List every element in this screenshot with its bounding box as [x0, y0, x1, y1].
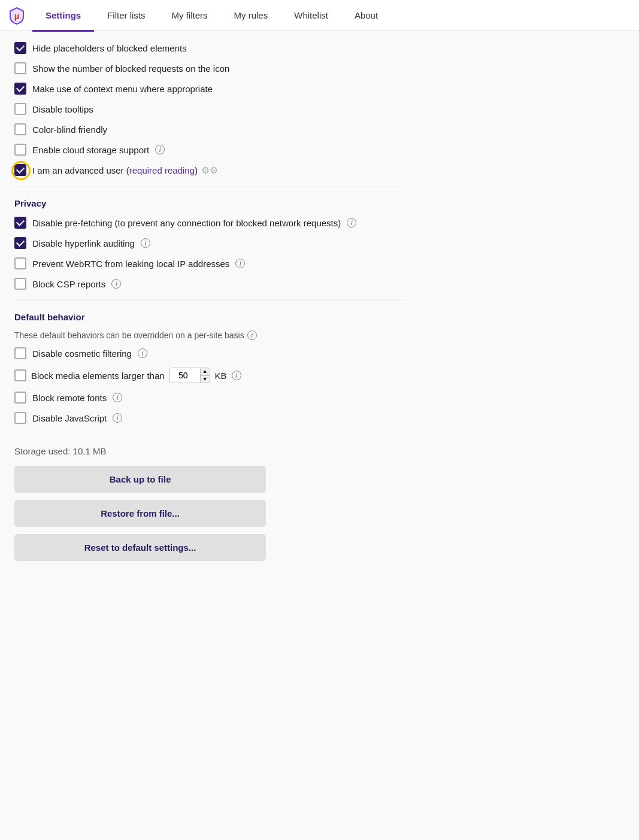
block-media-row: Block media elements larger than ▲ ▼ KB … — [14, 368, 405, 383]
required-reading-link[interactable]: required reading — [129, 165, 195, 175]
divider-default-behavior — [14, 301, 405, 301]
checkbox-row-block-remote-fonts: Block remote fonts i — [14, 392, 405, 404]
prefetching-info-icon: i — [347, 218, 356, 228]
tab-about[interactable]: About — [341, 1, 391, 32]
disable-js-info-icon: i — [113, 413, 122, 423]
cosmetic-info-icon: i — [138, 348, 147, 358]
default-behavior-section: Default behavior These default behaviors… — [14, 312, 405, 424]
privacy-title: Privacy — [14, 198, 405, 208]
checkbox-row-cloud-storage: Enable cloud storage support i — [14, 144, 405, 156]
checkbox-hide-placeholders[interactable] — [14, 42, 26, 54]
webrtc-info-icon: i — [235, 259, 245, 268]
media-size-spinners: ▲ ▼ — [200, 368, 210, 383]
checkbox-row-hide-placeholders: Hide placeholders of blocked elements — [14, 42, 405, 54]
checkbox-advanced-user[interactable] — [14, 164, 26, 176]
tab-my-rules[interactable]: My rules — [221, 1, 281, 32]
navigation: μ Settings Filter lists My filters My ru… — [0, 0, 639, 31]
checkbox-block-media[interactable] — [14, 369, 26, 381]
backup-button[interactable]: Back up to file — [14, 466, 266, 493]
reset-button[interactable]: Reset to default settings... — [14, 534, 266, 561]
checkbox-disable-cosmetic[interactable] — [14, 347, 26, 359]
checkbox-row-prevent-webrtc: Prevent WebRTC from leaking local IP add… — [14, 257, 405, 269]
checkbox-disable-tooltips[interactable] — [14, 103, 26, 115]
settings-content: Hide placeholders of blocked elements Sh… — [0, 31, 419, 586]
media-size-up-button[interactable]: ▲ — [201, 368, 210, 376]
divider-privacy — [14, 187, 405, 187]
checkbox-row-disable-prefetching: Disable pre-fetching (to prevent any con… — [14, 217, 405, 229]
checkbox-row-disable-hyperlink: Disable hyperlink auditing i — [14, 237, 405, 249]
privacy-section: Privacy Disable pre-fetching (to prevent… — [14, 198, 405, 290]
checkbox-row-disable-cosmetic: Disable cosmetic filtering i — [14, 347, 405, 359]
checkbox-block-csp[interactable] — [14, 278, 26, 290]
general-section: Hide placeholders of blocked elements Sh… — [14, 42, 405, 176]
default-behavior-info-icon: i — [247, 330, 257, 340]
default-behavior-title: Default behavior — [14, 312, 405, 322]
checkbox-row-disable-tooltips: Disable tooltips — [14, 103, 405, 115]
cloud-storage-info-icon: i — [155, 145, 165, 154]
checkbox-row-color-blind: Color-blind friendly — [14, 123, 405, 135]
media-size-input[interactable] — [170, 368, 200, 383]
storage-section: Storage used: 10.1 MB Back up to file Re… — [14, 446, 405, 561]
checkbox-show-blocked-count[interactable] — [14, 62, 26, 74]
gear-icon[interactable]: ⚙⚙ — [201, 165, 218, 175]
checkbox-disable-js[interactable] — [14, 412, 26, 424]
checkbox-row-advanced-user: I am an advanced user (required reading)… — [14, 164, 405, 176]
advanced-user-checkbox-wrapper — [14, 164, 26, 176]
checkbox-row-show-blocked-count: Show the number of blocked requests on t… — [14, 62, 405, 74]
checkbox-row-disable-js: Disable JavaScript i — [14, 412, 405, 424]
app-logo: μ — [7, 6, 26, 25]
hyperlink-info-icon: i — [141, 238, 150, 248]
csp-info-icon: i — [111, 279, 121, 289]
media-size-down-button[interactable]: ▼ — [201, 376, 210, 383]
checkbox-row-block-csp: Block CSP reports i — [14, 278, 405, 290]
media-info-icon: i — [232, 371, 241, 380]
checkbox-cloud-storage[interactable] — [14, 144, 26, 156]
checkbox-disable-hyperlink[interactable] — [14, 237, 26, 249]
tab-my-filters[interactable]: My filters — [159, 1, 221, 32]
checkbox-color-blind[interactable] — [14, 123, 26, 135]
storage-used-text: Storage used: 10.1 MB — [14, 446, 405, 456]
divider-storage — [14, 435, 405, 435]
tab-settings[interactable]: Settings — [32, 1, 94, 32]
tab-filter-lists[interactable]: Filter lists — [94, 1, 158, 32]
checkbox-context-menu[interactable] — [14, 83, 26, 95]
checkbox-row-context-menu: Make use of context menu where appropria… — [14, 83, 405, 95]
svg-text:μ: μ — [14, 11, 20, 21]
tab-whitelist[interactable]: Whitelist — [281, 1, 341, 32]
remote-fonts-info-icon: i — [113, 393, 122, 402]
checkbox-disable-prefetching[interactable] — [14, 217, 26, 229]
checkbox-prevent-webrtc[interactable] — [14, 257, 26, 269]
checkbox-block-remote-fonts[interactable] — [14, 392, 26, 404]
restore-button[interactable]: Restore from file... — [14, 500, 266, 527]
default-behavior-desc: These default behaviors can be overridde… — [14, 330, 405, 340]
media-size-input-wrap: ▲ ▼ — [169, 368, 210, 383]
